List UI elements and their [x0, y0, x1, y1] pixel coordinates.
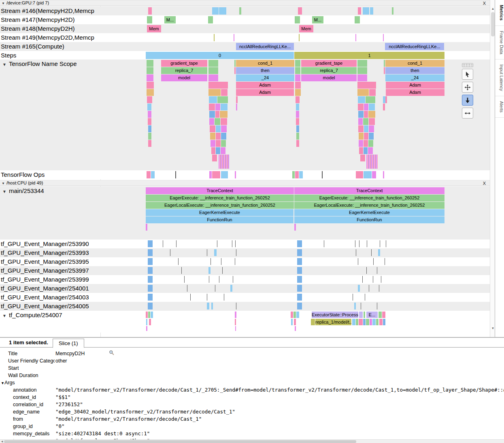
- trace-bar[interactable]: [359, 240, 359, 247]
- trace-bar[interactable]: [147, 16, 152, 23]
- trace-bar[interactable]: [235, 326, 236, 331]
- trace-bar[interactable]: [364, 133, 368, 140]
- trace-bar[interactable]: [368, 147, 373, 154]
- trace-bar[interactable]: [170, 249, 170, 256]
- trace-bar[interactable]: [292, 171, 295, 178]
- trace-bar[interactable]: [221, 125, 227, 132]
- trace-bar[interactable]: [358, 125, 364, 132]
- trace-bar[interactable]: [355, 34, 356, 41]
- trace-bar[interactable]: [392, 7, 393, 15]
- panel-close-button[interactable]: X: [483, 181, 486, 186]
- trace-bar[interactable]: [366, 96, 375, 103]
- trace-bar[interactable]: [295, 16, 300, 23]
- trace-bar[interactable]: Adam: [236, 82, 294, 89]
- panel-close-button[interactable]: X: [483, 1, 486, 6]
- trace-bar[interactable]: [212, 7, 219, 15]
- trace-bar[interactable]: FunctionRun: [294, 216, 444, 223]
- trace-bar[interactable]: [369, 125, 374, 132]
- trace-bar[interactable]: [148, 240, 153, 247]
- trace-bar[interactable]: [221, 147, 225, 154]
- trace-bar[interactable]: [378, 249, 380, 256]
- trace-bar[interactable]: cond_1: [236, 60, 294, 67]
- trace-bar[interactable]: [384, 67, 385, 74]
- trace-bar[interactable]: 0: [146, 52, 294, 59]
- trace-bar[interactable]: [148, 140, 151, 147]
- trace-bar[interactable]: [358, 118, 363, 125]
- trace-bar[interactable]: [381, 276, 381, 283]
- trace-bar[interactable]: replica_7: [301, 67, 357, 74]
- trace-bar[interactable]: [148, 118, 151, 125]
- trace-bar[interactable]: [363, 7, 369, 15]
- trace-bar[interactable]: [324, 240, 324, 247]
- trace-bar[interactable]: [221, 133, 226, 140]
- trace-bar[interactable]: model: [301, 74, 357, 81]
- trace-bar[interactable]: [215, 118, 220, 125]
- trace-bar[interactable]: [357, 82, 376, 89]
- trace-bar[interactable]: [297, 294, 302, 301]
- trace-bar[interactable]: 1: [294, 52, 444, 59]
- trace-bar[interactable]: [208, 82, 228, 89]
- trace-bar[interactable]: [214, 34, 215, 41]
- trace-bar[interactable]: [147, 82, 154, 89]
- trace-bar[interactable]: [235, 240, 236, 247]
- trace-bar[interactable]: [208, 67, 218, 74]
- trace-bar[interactable]: [384, 60, 385, 67]
- trace-bar[interactable]: [377, 267, 377, 274]
- trace-bar[interactable]: [236, 104, 237, 110]
- trace-bar[interactable]: [207, 294, 207, 301]
- trace-bar[interactable]: [357, 60, 367, 67]
- trace-bar[interactable]: [209, 118, 214, 125]
- pan-tool[interactable]: [462, 82, 473, 93]
- trace-bar[interactable]: [147, 104, 151, 110]
- trace-bar[interactable]: [209, 276, 209, 283]
- zoom-tool[interactable]: [462, 95, 473, 106]
- trace-bar[interactable]: [364, 312, 365, 318]
- trace-bar[interactable]: [148, 133, 151, 140]
- trace-bar[interactable]: [368, 111, 375, 118]
- trace-bar[interactable]: EagerExecute: __inference_train_function…: [146, 195, 294, 201]
- trace-bar[interactable]: [364, 125, 368, 132]
- trace-bar[interactable]: [297, 285, 302, 292]
- trace-bar[interactable]: [211, 258, 211, 265]
- trace-bar[interactable]: [297, 303, 302, 309]
- trace-bar[interactable]: [372, 171, 376, 178]
- trace-bar[interactable]: [230, 285, 232, 292]
- trace-bar[interactable]: [358, 104, 364, 110]
- trace-bar[interactable]: TraceContext: [146, 187, 294, 194]
- trace-bar[interactable]: [148, 111, 151, 118]
- trace-bar[interactable]: [208, 267, 211, 274]
- trace-bar[interactable]: [295, 74, 300, 81]
- trace-bar[interactable]: [176, 240, 177, 247]
- trace-bar[interactable]: [146, 312, 148, 318]
- trace-bar[interactable]: [369, 285, 369, 292]
- trace-bar[interactable]: [235, 171, 236, 178]
- trace-bar[interactable]: [148, 294, 153, 301]
- trace-bar[interactable]: [361, 303, 361, 309]
- horizontal-scrollbar[interactable]: ◀: [0, 439, 504, 443]
- trace-bar[interactable]: [148, 125, 151, 132]
- trace-bar[interactable]: [364, 147, 368, 154]
- trace-bar[interactable]: [297, 249, 302, 256]
- trace-bar[interactable]: [147, 67, 153, 74]
- trace-bar[interactable]: [146, 224, 147, 231]
- trace-bar[interactable]: [147, 60, 153, 67]
- trace-bar[interactable]: [222, 267, 223, 274]
- trace-bar[interactable]: [369, 133, 374, 140]
- trace-bar[interactable]: [297, 240, 302, 247]
- trace-bar[interactable]: [296, 104, 299, 110]
- trace-bar[interactable]: M...: [164, 16, 176, 23]
- trace-bar[interactable]: [236, 303, 236, 309]
- trace-bar[interactable]: [211, 303, 213, 309]
- trace-bar[interactable]: [385, 258, 385, 265]
- trace-bar[interactable]: E...: [366, 312, 378, 318]
- trace-bar[interactable]: [355, 16, 360, 23]
- trace-bar[interactable]: [178, 258, 179, 265]
- trace-bar[interactable]: [187, 285, 187, 292]
- collapse-icon[interactable]: ▼: [2, 2, 5, 5]
- trace-bar[interactable]: [295, 171, 299, 178]
- search-icon[interactable]: [109, 350, 114, 357]
- trace-bar[interactable]: [357, 67, 367, 74]
- trace-bar[interactable]: [148, 7, 152, 15]
- trace-bar[interactable]: [234, 67, 236, 74]
- trace-bar[interactable]: [359, 147, 363, 154]
